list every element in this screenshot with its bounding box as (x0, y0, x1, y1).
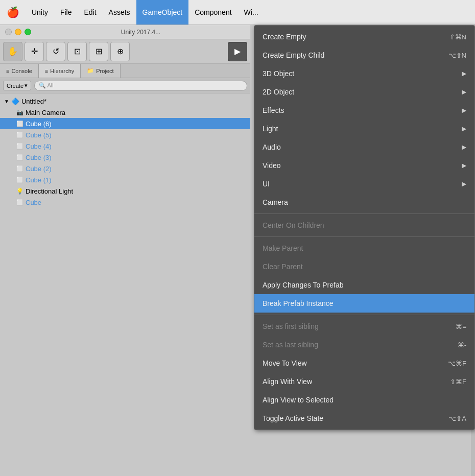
gameobject-menu[interactable]: Create Empty ⇧⌘N Create Empty Child ⌥⇧N … (254, 25, 475, 430)
menu-section-sibling: Set as first sibling ⌘= Set as last sibl… (254, 315, 474, 430)
hierarchy-icon: ≡ (45, 68, 48, 74)
menu-item-label: Set as last sibling (263, 341, 318, 349)
close-button[interactable] (5, 29, 12, 35)
menu-item-label: UI (263, 180, 270, 188)
hierarchy-item-label: Untitled* (21, 98, 46, 105)
tab-console[interactable]: ≡ Console (0, 64, 39, 78)
menu-item-audio[interactable]: Audio ▶ (254, 138, 474, 156)
transform-tool-button[interactable]: ⊕ (110, 42, 130, 61)
tab-hierarchy-label: Hierarchy (50, 68, 74, 74)
menu-item-make-parent: Make Parent (254, 239, 474, 257)
menu-item-ui[interactable]: UI ▶ (254, 175, 474, 193)
menu-item-2d-object[interactable]: 2D Object ▶ (254, 83, 474, 101)
tabs-row: ≡ Console ≡ Hierarchy 📁 Project (0, 64, 250, 78)
create-button[interactable]: Create ▾ (3, 81, 31, 90)
menu-bar: 🍎 Unity File Edit Assets GameObject Comp… (0, 0, 475, 25)
hierarchy-item-cube[interactable]: ⬜ Cube (0, 197, 250, 208)
menu-item-last-sibling: Set as last sibling ⌘- (254, 336, 474, 354)
menu-item-create-empty[interactable]: Create Empty ⇧⌘N (254, 28, 474, 46)
cube-icon: ⬜ (16, 143, 23, 150)
menu-item-label: Align With View (263, 377, 312, 386)
menu-item-apply-changes[interactable]: Apply Changes To Prefab (254, 276, 474, 294)
menu-window[interactable]: Wi... (238, 0, 265, 25)
menu-assets[interactable]: Assets (103, 0, 136, 25)
hierarchy-item-cube4[interactable]: ⬜ Cube (4) (0, 140, 250, 152)
hierarchy-item-cube6[interactable]: ⬜ Cube (6) (0, 118, 250, 129)
play-button[interactable]: ▶ (228, 42, 247, 61)
light-icon: 💡 (16, 188, 23, 195)
menu-section-center: Center On Children (254, 214, 474, 237)
menu-item-label: Break Prefab Instance (263, 299, 334, 307)
camera-icon: 📷 (16, 109, 23, 116)
menu-item-3d-object[interactable]: 3D Object ▶ (254, 64, 474, 83)
hierarchy-item-label: Cube (2) (26, 165, 52, 173)
menu-item-video[interactable]: Video ▶ (254, 156, 474, 175)
hierarchy-list: ▼ 🔷 Untitled* 📷 Main Camera ⬜ Cube (6) ⬜… (0, 93, 250, 210)
menu-item-shortcut: ⌘- (458, 341, 466, 349)
scale-tool-button[interactable]: ⊡ (67, 42, 87, 61)
menu-item-toggle-active[interactable]: Toggle Active State ⌥⇧A (254, 409, 474, 427)
menu-item-label: Light (263, 125, 278, 133)
menu-item-create-empty-child[interactable]: Create Empty Child ⌥⇧N (254, 46, 474, 64)
menu-item-camera[interactable]: Camera (254, 193, 474, 211)
menu-item-first-sibling: Set as first sibling ⌘= (254, 317, 474, 336)
cube-icon: ⬜ (16, 165, 23, 172)
menu-file[interactable]: File (54, 0, 78, 25)
submenu-arrow-icon: ▶ (462, 125, 466, 132)
menu-item-effects[interactable]: Effects ▶ (254, 101, 474, 120)
move-tool-button[interactable]: ✛ (25, 42, 44, 61)
expand-arrow: ▼ (4, 99, 9, 104)
minimize-button[interactable] (15, 29, 21, 35)
submenu-arrow-icon: ▶ (462, 88, 466, 96)
tab-hierarchy[interactable]: ≡ Hierarchy (39, 64, 81, 78)
apple-menu[interactable]: 🍎 (0, 6, 26, 18)
cube-icon: ⬜ (16, 154, 23, 161)
scene-icon: 🔷 (11, 98, 19, 105)
hierarchy-item-dir-light[interactable]: 💡 Directional Light (0, 185, 250, 197)
hierarchy-item-label: Cube (6) (26, 120, 52, 128)
menu-item-light[interactable]: Light ▶ (254, 120, 474, 138)
hand-tool-button[interactable]: ✋ (3, 42, 22, 61)
hierarchy-item-untitled[interactable]: ▼ 🔷 Untitled* (0, 96, 250, 107)
traffic-lights (5, 29, 31, 35)
apple-icon: 🍎 (7, 6, 19, 18)
search-input[interactable]: 🔍 All (34, 81, 247, 91)
create-label: Create (7, 83, 23, 89)
menu-item-shortcut: ⌥⇧A (448, 415, 466, 422)
menu-item-shortcut: ⌥⌘F (448, 360, 466, 367)
menu-item-align-with-view[interactable]: Align With View ⇧⌘F (254, 372, 474, 391)
menu-gameobject[interactable]: GameObject (136, 0, 189, 25)
unity-window: Unity 2017.4... ✋ ✛ ↺ ⊡ ⊞ ⊕ ▶ ≡ Console … (0, 25, 250, 476)
search-bar: Create ▾ 🔍 All (0, 78, 250, 93)
menu-item-align-view-selected[interactable]: Align View to Selected (254, 391, 474, 409)
menu-item-break-prefab[interactable]: Break Prefab Instance (254, 294, 474, 313)
menu-unity[interactable]: Unity (26, 0, 54, 25)
menu-edit[interactable]: Edit (78, 0, 102, 25)
window-titlebar: Unity 2017.4... (0, 25, 250, 39)
menu-item-label: Create Empty Child (263, 51, 324, 59)
menu-item-label: Align View to Selected (263, 396, 334, 404)
rotate-tool-button[interactable]: ↺ (46, 42, 65, 61)
menu-item-label: Create Empty (263, 33, 306, 41)
maximize-button[interactable] (25, 29, 31, 35)
menu-component[interactable]: Component (188, 0, 238, 25)
submenu-arrow-icon: ▶ (462, 162, 466, 169)
menu-section-prefab: Make Parent Clear Parent Apply Changes T… (254, 237, 474, 315)
menu-item-label: Set as first sibling (263, 322, 319, 330)
rect-tool-button[interactable]: ⊞ (89, 42, 108, 61)
cube-icon: ⬜ (16, 199, 23, 206)
hierarchy-item-cube2[interactable]: ⬜ Cube (2) (0, 163, 250, 174)
tab-project[interactable]: 📁 Project (81, 64, 120, 78)
menu-item-center-on-children: Center On Children (254, 216, 474, 234)
hierarchy-item-cube3[interactable]: ⬜ Cube (3) (0, 152, 250, 163)
menu-item-move-to-view[interactable]: Move To View ⌥⌘F (254, 354, 474, 372)
hierarchy-item-main-camera[interactable]: 📷 Main Camera (0, 107, 250, 118)
search-placeholder: 🔍 All (39, 82, 54, 89)
hierarchy-item-cube5[interactable]: ⬜ Cube (5) (0, 129, 250, 140)
menu-item-label: Toggle Active State (263, 414, 323, 422)
window-title: Unity 2017.4... (36, 29, 245, 36)
menu-item-shortcut: ⇧⌘N (449, 33, 466, 41)
hierarchy-item-cube1[interactable]: ⬜ Cube (1) (0, 174, 250, 185)
cube-icon: ⬜ (16, 177, 23, 183)
menu-item-label: Center On Children (263, 221, 324, 229)
